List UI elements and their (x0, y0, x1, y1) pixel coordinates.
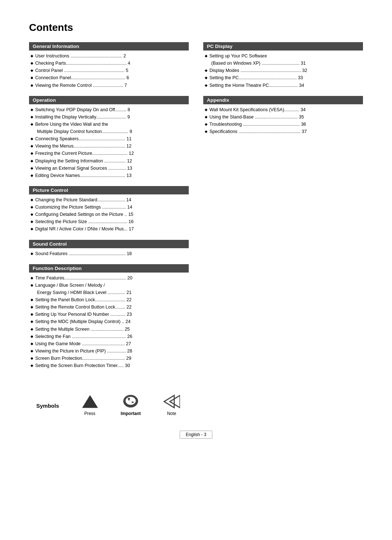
diamond-icon: ◆ (30, 334, 33, 339)
page-title: Contents (29, 22, 363, 33)
section-pc-display: PC Display◆Setting up Your PC Software(B… (203, 42, 363, 89)
svg-rect-1 (85, 406, 95, 408)
list-item: ◆Switching Your PDP Display On and Off..… (30, 106, 187, 113)
list-item: ◆Setting the Screen Burn Protection Time… (30, 362, 187, 369)
diamond-icon: ◆ (30, 348, 33, 354)
diamond-icon: ◆ (30, 219, 33, 225)
diamond-icon: ◆ (30, 158, 33, 164)
section-function-description: Function Description◆Time Features......… (29, 264, 189, 370)
list-item: ◆Viewing an External Signal Sources ....… (30, 165, 187, 172)
list-item: ◆Using the Stand-Base ..................… (205, 114, 362, 120)
list-item: ◆Setting the Multiple Screen ...........… (30, 326, 187, 333)
note-icon (163, 394, 181, 409)
list-item: ◆Setting Up Your Personal ID Number ....… (30, 311, 187, 318)
diamond-icon: ◆ (30, 205, 33, 210)
section-header-sound-control: Sound Control (29, 240, 189, 248)
left-column: General Information◆User Instructions ..… (29, 42, 189, 376)
list-item: ◆Setting the Remote Control Button Lock.… (30, 304, 187, 310)
diamond-icon: ◆ (30, 319, 33, 325)
section-items-appendix: ◆Wall Mount Kit Specifications (VESA)...… (203, 106, 363, 135)
list-item: ◆Display Modes .........................… (205, 67, 362, 74)
svg-point-4 (126, 397, 136, 405)
diamond-icon: ◆ (205, 114, 208, 120)
important-symbol: Important (121, 394, 141, 416)
diamond-icon: ◆ (205, 129, 208, 134)
list-item: ◆Language / Blue Screen / Melody / (30, 282, 187, 289)
list-item: ◆Setting the Home Theatre PC............… (205, 82, 362, 89)
section-sound-control: Sound Control◆Sound Features ...........… (29, 240, 189, 258)
diamond-icon: ◆ (30, 327, 33, 332)
list-item: ◆Specifications ........................… (205, 128, 362, 135)
section-items-picture-control: ◆Changing the Picture Standard..........… (29, 197, 189, 233)
list-item: ◆Displaying the Setting Information ....… (30, 158, 187, 164)
list-item: ◆Viewing the Remote Control ............… (30, 82, 187, 89)
section-items-general-information: ◆User Instructions .....................… (29, 53, 189, 89)
diamond-icon: ◆ (205, 75, 208, 81)
diamond-icon: ◆ (30, 275, 33, 281)
list-item: (Based on Windows XP) ..................… (205, 60, 362, 67)
diamond-icon: ◆ (205, 122, 208, 127)
press-label: Press (84, 411, 95, 416)
list-item: ◆Before Using the Video Wall and the (30, 121, 187, 128)
note-symbol: Note (163, 394, 181, 416)
diamond-icon: ◆ (30, 68, 33, 73)
diamond-icon: ◆ (30, 83, 33, 88)
note-label: Note (167, 411, 176, 416)
section-general-information: General Information◆User Instructions ..… (29, 42, 189, 89)
list-item: ◆Digital NR / Active Color / DNIe / Movi… (30, 226, 187, 232)
diamond-icon: ◆ (30, 226, 33, 232)
section-header-pc-display: PC Display (203, 42, 363, 51)
list-item: ◆Using the Game Mode ...................… (30, 340, 187, 347)
list-item: ◆Setting the PC.........................… (205, 74, 362, 81)
right-column: PC Display◆Setting up Your PC Software(B… (203, 42, 363, 376)
diamond-icon: ◆ (30, 151, 33, 156)
list-item: ◆Customizing the Picture Settings ......… (30, 204, 187, 210)
list-item: ◆Setting up Your PC Software (205, 53, 362, 59)
section-appendix: Appendix◆Wall Mount Kit Specifications (… (203, 96, 363, 136)
list-item: ◆Time Features..........................… (30, 275, 187, 281)
diamond-icon: ◆ (30, 363, 33, 368)
list-item: ◆Wall Mount Kit Specifications (VESA)...… (205, 106, 362, 113)
diamond-icon: ◆ (30, 107, 33, 113)
symbols-section: Symbols Press Important (29, 394, 363, 416)
list-item: ◆Changing the Picture Standard..........… (30, 197, 187, 203)
list-item: Multiple Display Control function.......… (30, 128, 187, 135)
section-items-operation: ◆Switching Your PDP Display On and Off..… (29, 106, 189, 179)
footer-badge: English - 3 (180, 431, 213, 439)
diamond-icon: ◆ (205, 68, 208, 73)
diamond-icon: ◆ (30, 341, 33, 347)
important-label: Important (121, 411, 141, 416)
list-item: ◆Selecting the Fan .....................… (30, 333, 187, 340)
section-header-function-description: Function Description (29, 264, 189, 273)
list-item: ◆Viewing the Menus......................… (30, 143, 187, 149)
symbols-label: Symbols (36, 403, 59, 409)
section-items-pc-display: ◆Setting up Your PC Software(Based on Wi… (203, 53, 363, 89)
list-item: ◆Sound Features ........................… (30, 250, 187, 257)
list-item: ◆Control Panel .........................… (30, 67, 187, 74)
list-item: ◆Checking Parts.........................… (30, 60, 187, 67)
list-item: ◆User Instructions .....................… (30, 53, 187, 59)
section-header-general-information: General Information (29, 42, 189, 51)
diamond-icon: ◆ (205, 53, 208, 59)
list-item: ◆Screen Burn Protection.................… (30, 355, 187, 362)
diamond-icon: ◆ (30, 114, 33, 120)
list-item: Energy Saving / HDMI Black Level .......… (30, 289, 187, 296)
diamond-icon: ◆ (30, 136, 33, 142)
list-item: ◆Freezing the Current Picture...........… (30, 150, 187, 157)
diamond-icon: ◆ (30, 251, 33, 257)
list-item: ◆Viewing the Picture in Picture (PIP) ..… (30, 348, 187, 354)
diamond-icon: ◆ (30, 197, 33, 203)
list-item: ◆Selecting the Picture Size ............… (30, 218, 187, 225)
diamond-icon: ◆ (30, 305, 33, 310)
section-picture-control: Picture Control◆Changing the Picture Sta… (29, 186, 189, 233)
diamond-icon: ◆ (30, 75, 33, 81)
diamond-icon: ◆ (205, 107, 208, 113)
section-items-sound-control: ◆Sound Features ........................… (29, 250, 189, 257)
press-symbol: Press (81, 394, 99, 416)
section-header-picture-control: Picture Control (29, 186, 189, 194)
diamond-icon: ◆ (30, 166, 33, 171)
important-icon (122, 394, 140, 409)
list-item: ◆Setting the Panel Button Lock..........… (30, 297, 187, 303)
diamond-icon: ◆ (30, 53, 33, 59)
diamond-icon: ◆ (30, 144, 33, 149)
